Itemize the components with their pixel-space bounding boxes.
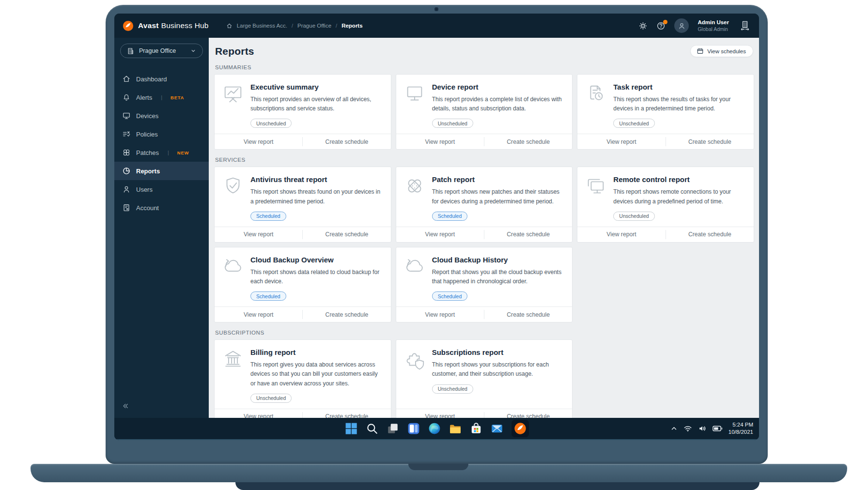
report-card-info: Patch reportThis report shows new patche… bbox=[432, 175, 566, 220]
sidebar-item-devices[interactable]: Devices bbox=[114, 107, 209, 125]
mail-app-icon[interactable] bbox=[491, 422, 504, 435]
report-card-title: Cloud Backup History bbox=[432, 256, 566, 264]
help-icon[interactable] bbox=[656, 21, 666, 31]
settings-gear-icon[interactable] bbox=[638, 21, 648, 31]
report-card-footer: View reportCreate schedule bbox=[215, 134, 391, 149]
sidebar-item-account[interactable]: Account bbox=[114, 199, 209, 217]
report-card-description: This report shows the results of tasks f… bbox=[613, 95, 747, 113]
breadcrumb-home-icon[interactable] bbox=[226, 23, 232, 29]
view-report-button[interactable]: View report bbox=[577, 134, 665, 149]
wifi-icon[interactable] bbox=[683, 424, 692, 433]
account-card-icon bbox=[122, 203, 131, 212]
sidebar-item-reports[interactable]: Reports bbox=[114, 162, 209, 180]
avatar[interactable] bbox=[674, 18, 689, 33]
card-grid-subscriptions: Billing reportThis report gives you data… bbox=[214, 339, 754, 418]
schedule-status-badge: Unscheduled bbox=[613, 119, 654, 128]
schedule-status-badge: Unscheduled bbox=[250, 394, 292, 403]
breadcrumb-separator: / bbox=[292, 23, 293, 29]
sidebar-item-patches[interactable]: Patches|NEW bbox=[114, 143, 209, 162]
create-schedule-button[interactable]: Create schedule bbox=[666, 134, 754, 149]
tag-divider: | bbox=[168, 150, 169, 155]
app-topbar: AvastBusiness Hub Large Business Acc. / … bbox=[114, 14, 759, 38]
create-schedule-button[interactable]: Create schedule bbox=[666, 227, 754, 242]
view-report-button[interactable]: View report bbox=[215, 227, 302, 242]
task-view-app-icon[interactable] bbox=[387, 422, 400, 435]
topbar-actions: Admin User Global Admin bbox=[638, 18, 759, 33]
breadcrumb-account[interactable]: Large Business Acc. bbox=[237, 23, 287, 29]
store-app-icon[interactable] bbox=[470, 422, 483, 435]
report-card-body: Cloud Backup HistoryReport that shows yo… bbox=[396, 247, 573, 306]
windows-taskbar: 5:24 PM 10/8/2021 bbox=[114, 418, 759, 439]
report-card-info: Subscriptions reportThis report shows yo… bbox=[432, 348, 566, 403]
report-card-body: Executive summaryThis report provides an… bbox=[215, 75, 391, 134]
breadcrumb-site[interactable]: Prague Office bbox=[297, 23, 331, 29]
laptop-base-shadow bbox=[235, 482, 760, 490]
file-explorer-app-icon[interactable] bbox=[449, 422, 462, 435]
create-schedule-button[interactable]: Create schedule bbox=[484, 307, 572, 322]
view-report-button[interactable]: View report bbox=[396, 307, 484, 322]
report-sections: SUMMARIESExecutive summaryThis report pr… bbox=[214, 57, 754, 418]
report-card-body: Billing reportThis report gives you data… bbox=[215, 340, 391, 409]
report-card-description: This report shows threats found on your … bbox=[250, 187, 384, 206]
report-card-device-report: Device reportThis report provides a comp… bbox=[396, 74, 573, 150]
user-menu[interactable]: Admin User Global Admin bbox=[698, 19, 729, 33]
report-card-description: This report gives you data about service… bbox=[250, 360, 384, 388]
system-tray: 5:24 PM 10/8/2021 bbox=[670, 421, 753, 436]
report-card-footer: View reportCreate schedule bbox=[396, 409, 573, 418]
view-report-button[interactable]: View report bbox=[215, 134, 302, 149]
edge-app-icon[interactable] bbox=[428, 422, 441, 435]
report-card-subscriptions-report: Subscriptions reportThis report shows yo… bbox=[396, 339, 573, 418]
sidebar-item-label: Patches bbox=[136, 149, 159, 156]
view-report-button[interactable]: View report bbox=[215, 307, 302, 322]
search-app-icon[interactable] bbox=[366, 422, 379, 435]
sidebar: Prague Office DashboardAlerts|BETADevice… bbox=[114, 38, 209, 418]
sidebar-item-users[interactable]: Users bbox=[114, 180, 209, 199]
card-grid-services: Antivirus threat reportThis report shows… bbox=[214, 167, 754, 322]
battery-icon[interactable] bbox=[713, 425, 723, 432]
report-card-patch-report: Patch reportThis report shows new patche… bbox=[396, 167, 573, 242]
site-selector[interactable]: Prague Office bbox=[120, 44, 203, 58]
sidebar-item-alerts[interactable]: Alerts|BETA bbox=[114, 88, 209, 107]
widgets-app-icon[interactable] bbox=[407, 422, 420, 435]
avast-logo[interactable]: AvastBusiness Hub bbox=[114, 20, 209, 31]
create-schedule-button[interactable]: Create schedule bbox=[484, 227, 572, 242]
policies-icon bbox=[122, 130, 131, 138]
collapse-sidebar-icon[interactable] bbox=[121, 402, 129, 410]
company-switch-icon[interactable] bbox=[740, 20, 750, 31]
page-title: Reports bbox=[215, 46, 254, 57]
sidebar-item-policies[interactable]: Policies bbox=[114, 125, 209, 143]
beta-tag: BETA bbox=[170, 95, 184, 100]
avast-logo-icon bbox=[123, 20, 134, 31]
page-header: Reports View schedules bbox=[215, 45, 753, 57]
report-card-description: This report provides an overview of all … bbox=[250, 95, 384, 113]
view-report-button[interactable]: View report bbox=[396, 227, 484, 242]
view-schedules-button[interactable]: View schedules bbox=[690, 45, 753, 57]
report-card-task-report: Task reportThis report shows the results… bbox=[577, 74, 754, 150]
sidebar-item-dashboard[interactable]: Dashboard bbox=[114, 70, 209, 88]
report-card-footer: View reportCreate schedule bbox=[396, 227, 573, 242]
report-card-description: This report shows data related to cloud … bbox=[250, 268, 384, 286]
puzzle-shield-icon bbox=[403, 348, 426, 370]
create-schedule-button[interactable]: Create schedule bbox=[303, 227, 390, 242]
laptop-screen: AvastBusiness Hub Large Business Acc. / … bbox=[114, 14, 759, 440]
view-report-button[interactable]: View report bbox=[396, 409, 484, 418]
avast-app-icon[interactable] bbox=[512, 420, 529, 437]
webcam-dot bbox=[434, 7, 438, 11]
view-report-button[interactable]: View report bbox=[577, 227, 665, 242]
create-schedule-button[interactable]: Create schedule bbox=[303, 409, 390, 418]
create-schedule-button[interactable]: Create schedule bbox=[484, 134, 572, 149]
view-report-button[interactable]: View report bbox=[215, 409, 302, 418]
create-schedule-button[interactable]: Create schedule bbox=[303, 307, 390, 322]
create-schedule-button[interactable]: Create schedule bbox=[484, 409, 572, 418]
report-card-info: Cloud Backup HistoryReport that shows yo… bbox=[432, 255, 566, 301]
hidden-icons-icon[interactable] bbox=[670, 425, 678, 432]
volume-icon[interactable] bbox=[698, 424, 707, 433]
view-report-button[interactable]: View report bbox=[396, 134, 484, 149]
create-schedule-button[interactable]: Create schedule bbox=[303, 134, 390, 149]
report-card-antivirus-threat-report: Antivirus threat reportThis report shows… bbox=[214, 167, 391, 242]
home-icon bbox=[122, 75, 131, 83]
card-grid-summaries: Executive summaryThis report provides an… bbox=[214, 74, 754, 150]
report-card-info: Cloud Backup OverviewThis report shows d… bbox=[250, 255, 384, 301]
start-app-icon[interactable] bbox=[345, 422, 358, 435]
taskbar-clock[interactable]: 5:24 PM 10/8/2021 bbox=[728, 421, 753, 436]
